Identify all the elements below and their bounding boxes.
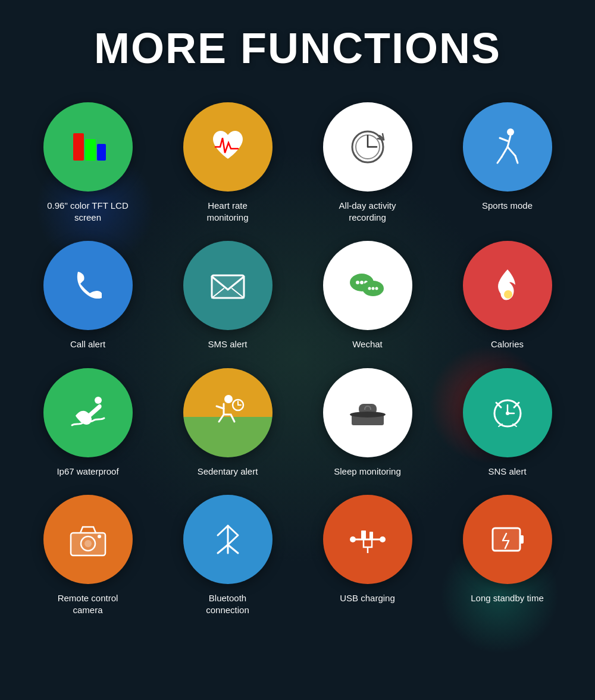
svg-point-27	[224, 395, 233, 403]
svg-line-13	[515, 156, 518, 163]
feature-waterproof: Ip67 waterproof	[24, 368, 152, 478]
page-title: MORE FUNCTIONS	[94, 24, 501, 73]
usb-charging-label: USB charging	[340, 592, 395, 604]
camera-label: Remote control camera	[46, 592, 130, 616]
sedentary-alert-label: Sedentary alert	[198, 466, 258, 478]
svg-point-19	[360, 281, 364, 284]
activity-recording-label: All-day activity recording	[326, 200, 409, 223]
activity-recording-icon	[323, 102, 412, 192]
feature-heart-rate: Heart rate monitoring	[164, 102, 292, 223]
sns-alert-label: SNS alert	[488, 466, 526, 478]
sleep-monitoring-label: Sleep monitoring	[334, 466, 401, 478]
svg-point-18	[356, 281, 359, 284]
call-alert-icon	[43, 241, 133, 330]
feature-standby: Long standby time	[443, 495, 571, 616]
tft-screen-label: 0.96" color TFT LCD screen	[46, 200, 130, 223]
wechat-label: Wechat	[352, 338, 383, 350]
svg-rect-49	[361, 531, 366, 539]
sedentary-alert-icon	[183, 368, 273, 457]
feature-tft-screen: 0.96" color TFT LCD screen	[24, 102, 152, 223]
heart-rate-icon	[183, 102, 273, 192]
waterproof-icon	[43, 368, 133, 457]
feature-bluetooth: Bluetooth connection	[164, 495, 292, 616]
usb-charging-icon	[323, 495, 412, 584]
svg-point-47	[350, 536, 356, 542]
svg-point-26	[95, 397, 102, 404]
svg-point-48	[380, 536, 386, 542]
feature-camera: Remote control camera	[24, 495, 152, 616]
feature-sns-alert: SNS alert	[443, 368, 571, 478]
calories-icon	[463, 241, 552, 330]
svg-point-33	[350, 412, 386, 418]
feature-call-alert: Call alert	[24, 241, 152, 350]
svg-point-7	[507, 128, 514, 136]
svg-point-23	[371, 287, 374, 290]
wechat-icon	[323, 241, 412, 330]
feature-sports-mode: Sports mode	[443, 102, 571, 223]
svg-rect-2	[97, 144, 106, 161]
sports-mode-label: Sports mode	[482, 200, 533, 212]
feature-sleep-monitoring: Sleep monitoring	[303, 368, 431, 478]
bluetooth-icon	[183, 495, 273, 584]
sns-alert-icon	[463, 368, 552, 457]
svg-line-11	[508, 147, 515, 156]
features-grid: 0.96" color TFT LCD screen Heart rate mo…	[24, 102, 571, 616]
svg-point-37	[506, 412, 509, 415]
sports-mode-icon	[463, 102, 552, 192]
svg-rect-0	[73, 133, 84, 161]
svg-point-44	[84, 540, 92, 547]
svg-rect-1	[85, 139, 96, 161]
svg-point-45	[98, 535, 101, 538]
heart-rate-label: Heart rate monitoring	[186, 200, 270, 223]
feature-usb-charging: USB charging	[303, 495, 431, 616]
camera-icon	[43, 495, 133, 584]
feature-sms-alert: SMS alert	[164, 241, 292, 350]
call-alert-label: Call alert	[70, 338, 105, 350]
svg-rect-50	[369, 532, 373, 539]
feature-calories: Calories	[443, 241, 571, 350]
sleep-monitoring-icon	[323, 368, 412, 457]
feature-activity-recording: All-day activity recording	[303, 102, 431, 223]
svg-point-25	[504, 290, 512, 299]
standby-icon	[463, 495, 552, 584]
feature-sedentary-alert: Sedentary alert	[164, 368, 292, 478]
waterproof-label: Ip67 waterproof	[57, 466, 118, 478]
svg-rect-53	[520, 535, 524, 544]
svg-line-12	[497, 157, 502, 163]
sms-alert-icon	[183, 241, 273, 330]
svg-line-9	[500, 138, 508, 141]
bluetooth-label: Bluetooth connection	[186, 592, 270, 616]
standby-label: Long standby time	[471, 592, 544, 604]
calories-label: Calories	[491, 338, 524, 350]
feature-wechat: Wechat	[303, 241, 431, 350]
svg-line-10	[502, 147, 508, 157]
tft-screen-icon	[43, 102, 133, 192]
sms-alert-label: SMS alert	[208, 338, 248, 350]
svg-point-24	[375, 287, 378, 290]
svg-point-22	[368, 287, 371, 290]
